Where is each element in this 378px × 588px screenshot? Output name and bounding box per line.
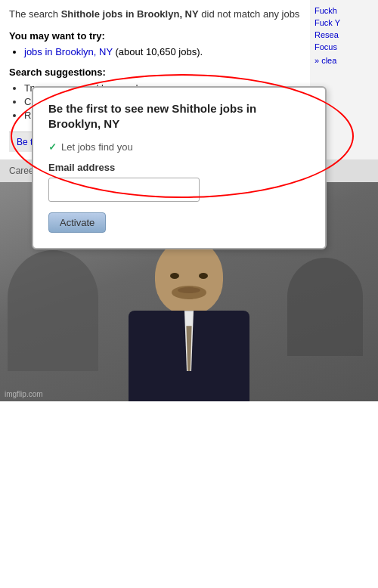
checkbox-row: ✓ Let jobs find you: [48, 141, 310, 153]
may-try-item: jobs in Brooklyn, NY (about 10,650 jobs)…: [24, 46, 301, 57]
no-match-prefix: The search: [9, 8, 61, 20]
imgflip-credit: imgflip.com: [5, 390, 43, 398]
top-section: The search Shithole jobs in Brooklyn, NY…: [0, 0, 378, 159]
may-try-title: You may want to try:: [9, 30, 301, 42]
bg-person-right: [287, 258, 363, 356]
modal-title: Be the first to see new Shithole jobs in…: [48, 101, 310, 131]
no-match-text: The search Shithole jobs in Brooklyn, NY…: [9, 8, 301, 21]
suggestions-title: Search suggestions:: [9, 67, 301, 78]
sidebar-link-1[interactable]: Fuckh: [314, 6, 373, 15]
eye-right: [199, 273, 208, 279]
eye-left: [170, 273, 179, 279]
email-input[interactable]: [48, 178, 200, 202]
checkbox-label: Let jobs find you: [61, 141, 133, 153]
figure-body: [129, 311, 249, 401]
sidebar-link-4[interactable]: Focus: [314, 42, 373, 51]
main-figure: [129, 239, 249, 401]
sidebar-clear-link[interactable]: » clea: [314, 56, 373, 65]
main-content: The search Shithole jobs in Brooklyn, NY…: [0, 0, 310, 159]
search-term: Shithole jobs in Brooklyn, NY: [61, 8, 199, 20]
bg-person-left: [8, 250, 98, 371]
brooklyn-jobs-link[interactable]: jobs in Brooklyn, NY: [24, 46, 113, 57]
email-label: Email address: [48, 162, 310, 173]
may-try-list: jobs in Brooklyn, NY (about 10,650 jobs)…: [24, 46, 301, 57]
activate-button[interactable]: Activate: [48, 212, 106, 233]
checkmark-icon: ✓: [48, 141, 57, 153]
sidebar-link-3[interactable]: Resea: [314, 30, 373, 39]
figure-head: [155, 239, 223, 314]
modal-dialog: Be the first to see new Shithole jobs in…: [32, 86, 327, 249]
sidebar-link-2[interactable]: Fuck Y: [314, 18, 373, 27]
no-match-suffix: did not match any jobs: [199, 8, 300, 20]
